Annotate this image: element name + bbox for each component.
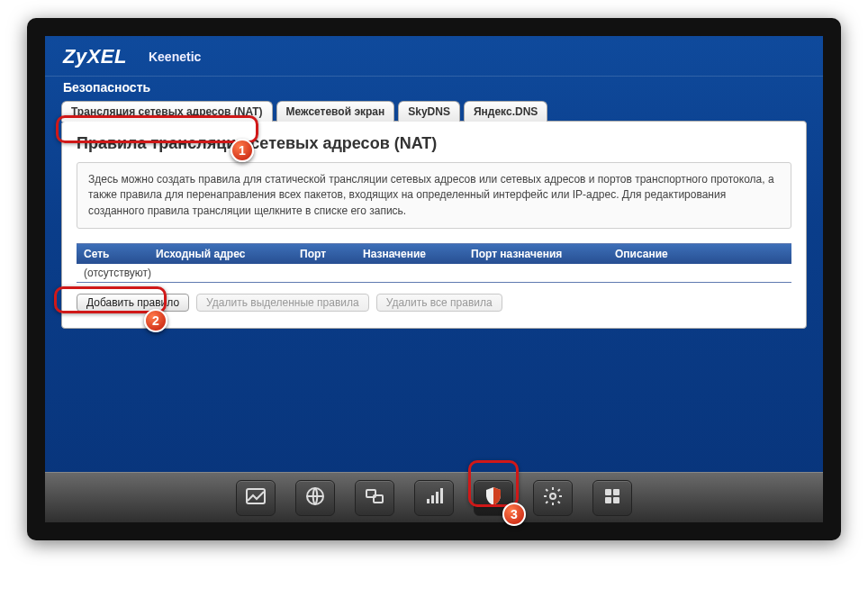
- nat-rules-table: Сеть Исходный адрес Порт Назначение Порт…: [77, 243, 791, 283]
- gear-icon: [542, 485, 564, 511]
- delete-all-button: Удалить все правила: [376, 294, 502, 312]
- top-bar: ZyXEL Keenetic: [45, 36, 823, 76]
- dock-network-button[interactable]: [355, 480, 394, 516]
- tab-yandexdns[interactable]: Яндекс.DNS: [464, 101, 547, 122]
- signal-icon: [423, 485, 445, 511]
- add-rule-button[interactable]: Добавить правило: [77, 294, 189, 312]
- delete-selected-button: Удалить выделенные правила: [196, 294, 369, 312]
- section-title: Безопасность: [45, 76, 823, 100]
- dock-internet-button[interactable]: [295, 480, 335, 516]
- dock-apps-button[interactable]: [592, 480, 632, 516]
- monitors-icon: [364, 485, 385, 511]
- panel-info-text: Здесь можно создать правила для статичес…: [77, 162, 791, 229]
- table-empty-row: (отсутствуют): [77, 264, 791, 282]
- brand-logo: ZyXEL: [63, 45, 127, 68]
- svg-rect-7: [440, 488, 443, 503]
- dock-security-button[interactable]: [474, 480, 513, 516]
- col-port: Порт: [293, 244, 356, 264]
- col-description: Описание: [608, 244, 791, 264]
- panel-title: Правила трансляции сетевых адресов (NAT): [77, 134, 791, 153]
- svg-rect-11: [605, 497, 611, 503]
- dock-status-button[interactable]: [236, 480, 276, 516]
- globe-icon: [304, 485, 326, 511]
- table-header-row: Сеть Исходный адрес Порт Назначение Порт…: [77, 244, 791, 264]
- col-source-addr: Исходный адрес: [149, 244, 293, 264]
- router-admin-screen: ZyXEL Keenetic Безопасность Трансляция с…: [45, 36, 823, 522]
- svg-rect-5: [431, 495, 434, 503]
- shield-icon: [483, 485, 504, 511]
- nat-panel: Правила трансляции сетевых адресов (NAT)…: [61, 121, 807, 329]
- model-name: Keenetic: [149, 50, 201, 64]
- tab-skydns[interactable]: SkyDNS: [398, 101, 460, 122]
- col-dest-port: Порт назначения: [464, 244, 608, 264]
- svg-rect-4: [427, 499, 429, 503]
- rule-actions: Добавить правило Удалить выделенные прав…: [77, 294, 791, 312]
- dock-settings-button[interactable]: [533, 480, 573, 516]
- monitor-frame: ZyXEL Keenetic Безопасность Трансляция с…: [27, 18, 841, 540]
- tab-nat[interactable]: Трансляция сетевых адресов (NAT): [61, 101, 273, 122]
- tab-firewall[interactable]: Межсетевой экран: [276, 101, 395, 122]
- svg-rect-12: [613, 497, 619, 503]
- dock-wifi-button[interactable]: [414, 480, 454, 516]
- tabs-row: Трансляция сетевых адресов (NAT) Межсете…: [45, 100, 823, 121]
- svg-rect-10: [613, 489, 619, 495]
- grid-icon: [601, 485, 623, 511]
- col-network: Сеть: [77, 244, 149, 264]
- table-empty-text: (отсутствуют): [84, 267, 151, 279]
- svg-rect-9: [605, 489, 611, 495]
- bottom-dock: [45, 472, 823, 522]
- chart-icon: [245, 485, 267, 511]
- svg-rect-0: [247, 489, 265, 503]
- col-destination: Назначение: [356, 244, 464, 264]
- svg-point-8: [550, 494, 556, 499]
- svg-rect-6: [436, 492, 439, 503]
